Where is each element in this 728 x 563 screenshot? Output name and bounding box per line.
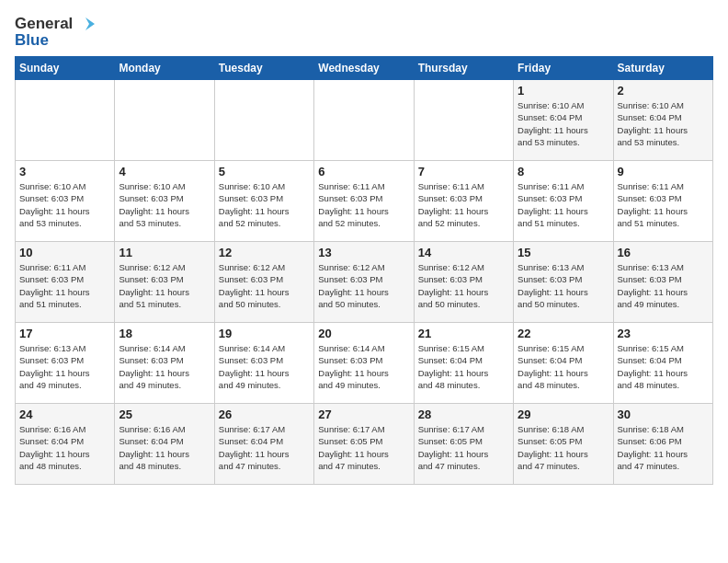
- calendar-cell: 15Sunrise: 6:13 AM Sunset: 6:03 PM Dayli…: [514, 242, 613, 323]
- calendar-cell: [314, 80, 414, 161]
- calendar-cell: 14Sunrise: 6:12 AM Sunset: 6:03 PM Dayli…: [414, 242, 513, 323]
- day-number: 27: [318, 408, 409, 421]
- calendar-week-2: 3Sunrise: 6:10 AM Sunset: 6:03 PM Daylig…: [16, 161, 713, 242]
- calendar-cell: 3Sunrise: 6:10 AM Sunset: 6:03 PM Daylig…: [16, 161, 115, 242]
- day-number: 16: [618, 246, 709, 259]
- calendar-cell: 19Sunrise: 6:14 AM Sunset: 6:03 PM Dayli…: [214, 323, 313, 404]
- day-number: 23: [618, 327, 709, 340]
- calendar-week-4: 17Sunrise: 6:13 AM Sunset: 6:03 PM Dayli…: [16, 323, 713, 404]
- header-saturday: Saturday: [613, 57, 712, 80]
- calendar-cell: 8Sunrise: 6:11 AM Sunset: 6:03 PM Daylig…: [514, 161, 613, 242]
- calendar-cell: 21Sunrise: 6:15 AM Sunset: 6:04 PM Dayli…: [414, 323, 513, 404]
- calendar-week-3: 10Sunrise: 6:11 AM Sunset: 6:03 PM Dayli…: [16, 242, 713, 323]
- day-number: 15: [518, 246, 609, 259]
- day-info: Sunrise: 6:15 AM Sunset: 6:04 PM Dayligh…: [418, 342, 509, 391]
- day-info: Sunrise: 6:11 AM Sunset: 6:03 PM Dayligh…: [618, 180, 709, 229]
- svg-marker-0: [85, 17, 95, 30]
- calendar-header-row: SundayMondayTuesdayWednesdayThursdayFrid…: [16, 57, 713, 80]
- calendar-cell: 25Sunrise: 6:16 AM Sunset: 6:04 PM Dayli…: [115, 404, 214, 485]
- day-number: 12: [219, 246, 310, 259]
- day-number: 8: [518, 165, 609, 178]
- logo-bird-icon: [74, 16, 95, 32]
- day-info: Sunrise: 6:11 AM Sunset: 6:03 PM Dayligh…: [19, 261, 110, 310]
- calendar-cell: 27Sunrise: 6:17 AM Sunset: 6:05 PM Dayli…: [314, 404, 414, 485]
- header-friday: Friday: [514, 57, 613, 80]
- day-number: 5: [219, 165, 310, 178]
- day-info: Sunrise: 6:12 AM Sunset: 6:03 PM Dayligh…: [418, 261, 509, 310]
- day-number: 30: [618, 408, 709, 421]
- day-number: 24: [19, 408, 110, 421]
- calendar-cell: 22Sunrise: 6:15 AM Sunset: 6:04 PM Dayli…: [514, 323, 613, 404]
- day-number: 13: [318, 246, 409, 259]
- day-number: 25: [119, 408, 210, 421]
- day-number: 20: [318, 327, 409, 340]
- page-header: General Blue: [15, 15, 713, 49]
- calendar-cell: 4Sunrise: 6:10 AM Sunset: 6:03 PM Daylig…: [115, 161, 214, 242]
- calendar-table: SundayMondayTuesdayWednesdayThursdayFrid…: [15, 56, 713, 485]
- calendar-week-5: 24Sunrise: 6:16 AM Sunset: 6:04 PM Dayli…: [16, 404, 713, 485]
- day-info: Sunrise: 6:12 AM Sunset: 6:03 PM Dayligh…: [119, 261, 210, 310]
- day-info: Sunrise: 6:17 AM Sunset: 6:05 PM Dayligh…: [318, 423, 409, 472]
- calendar-week-1: 1Sunrise: 6:10 AM Sunset: 6:04 PM Daylig…: [16, 80, 713, 161]
- day-number: 6: [318, 165, 409, 178]
- header-monday: Monday: [115, 57, 214, 80]
- day-info: Sunrise: 6:15 AM Sunset: 6:04 PM Dayligh…: [518, 342, 609, 391]
- calendar-cell: 6Sunrise: 6:11 AM Sunset: 6:03 PM Daylig…: [314, 161, 414, 242]
- calendar-cell: 11Sunrise: 6:12 AM Sunset: 6:03 PM Dayli…: [115, 242, 214, 323]
- day-info: Sunrise: 6:13 AM Sunset: 6:03 PM Dayligh…: [618, 261, 709, 310]
- day-number: 1: [518, 84, 609, 98]
- calendar-cell: 26Sunrise: 6:17 AM Sunset: 6:04 PM Dayli…: [214, 404, 313, 485]
- day-info: Sunrise: 6:11 AM Sunset: 6:03 PM Dayligh…: [418, 180, 509, 229]
- day-info: Sunrise: 6:12 AM Sunset: 6:03 PM Dayligh…: [219, 261, 310, 310]
- calendar-cell: 10Sunrise: 6:11 AM Sunset: 6:03 PM Dayli…: [16, 242, 115, 323]
- day-info: Sunrise: 6:17 AM Sunset: 6:05 PM Dayligh…: [418, 423, 509, 472]
- calendar-cell: [16, 80, 115, 161]
- calendar-cell: 9Sunrise: 6:11 AM Sunset: 6:03 PM Daylig…: [613, 161, 712, 242]
- day-number: 14: [418, 246, 509, 259]
- logo-blue: Blue: [15, 31, 95, 50]
- calendar-cell: 1Sunrise: 6:10 AM Sunset: 6:04 PM Daylig…: [514, 80, 613, 161]
- calendar-cell: 20Sunrise: 6:14 AM Sunset: 6:03 PM Dayli…: [314, 323, 414, 404]
- day-info: Sunrise: 6:13 AM Sunset: 6:03 PM Dayligh…: [19, 342, 110, 391]
- day-number: 2: [618, 84, 709, 98]
- day-info: Sunrise: 6:14 AM Sunset: 6:03 PM Dayligh…: [318, 342, 409, 391]
- day-number: 3: [19, 165, 110, 178]
- day-info: Sunrise: 6:10 AM Sunset: 6:03 PM Dayligh…: [219, 180, 310, 229]
- calendar-cell: 16Sunrise: 6:13 AM Sunset: 6:03 PM Dayli…: [613, 242, 712, 323]
- day-info: Sunrise: 6:13 AM Sunset: 6:03 PM Dayligh…: [518, 261, 609, 310]
- day-number: 4: [119, 165, 210, 178]
- day-number: 22: [518, 327, 609, 340]
- logo: General Blue: [15, 15, 95, 49]
- calendar-cell: 7Sunrise: 6:11 AM Sunset: 6:03 PM Daylig…: [414, 161, 513, 242]
- calendar-cell: [115, 80, 214, 161]
- day-number: 11: [119, 246, 210, 259]
- day-number: 28: [418, 408, 509, 421]
- day-info: Sunrise: 6:10 AM Sunset: 6:03 PM Dayligh…: [119, 180, 210, 229]
- day-info: Sunrise: 6:15 AM Sunset: 6:04 PM Dayligh…: [618, 342, 709, 391]
- header-thursday: Thursday: [414, 57, 513, 80]
- day-number: 10: [19, 246, 110, 259]
- calendar-cell: 17Sunrise: 6:13 AM Sunset: 6:03 PM Dayli…: [16, 323, 115, 404]
- calendar-cell: 30Sunrise: 6:18 AM Sunset: 6:06 PM Dayli…: [613, 404, 712, 485]
- day-number: 9: [618, 165, 709, 178]
- calendar-cell: 5Sunrise: 6:10 AM Sunset: 6:03 PM Daylig…: [214, 161, 313, 242]
- calendar-cell: 28Sunrise: 6:17 AM Sunset: 6:05 PM Dayli…: [414, 404, 513, 485]
- day-number: 29: [518, 408, 609, 421]
- day-number: 19: [219, 327, 310, 340]
- day-number: 7: [418, 165, 509, 178]
- day-info: Sunrise: 6:14 AM Sunset: 6:03 PM Dayligh…: [119, 342, 210, 391]
- header-sunday: Sunday: [16, 57, 115, 80]
- day-info: Sunrise: 6:18 AM Sunset: 6:06 PM Dayligh…: [618, 423, 709, 472]
- day-info: Sunrise: 6:10 AM Sunset: 6:04 PM Dayligh…: [518, 99, 609, 148]
- day-info: Sunrise: 6:12 AM Sunset: 6:03 PM Dayligh…: [318, 261, 409, 310]
- header-wednesday: Wednesday: [314, 57, 414, 80]
- day-info: Sunrise: 6:16 AM Sunset: 6:04 PM Dayligh…: [119, 423, 210, 472]
- day-info: Sunrise: 6:10 AM Sunset: 6:04 PM Dayligh…: [618, 99, 709, 148]
- day-info: Sunrise: 6:14 AM Sunset: 6:03 PM Dayligh…: [219, 342, 310, 391]
- calendar-cell: 13Sunrise: 6:12 AM Sunset: 6:03 PM Dayli…: [314, 242, 414, 323]
- day-number: 26: [219, 408, 310, 421]
- header-tuesday: Tuesday: [214, 57, 313, 80]
- calendar-cell: 24Sunrise: 6:16 AM Sunset: 6:04 PM Dayli…: [16, 404, 115, 485]
- day-info: Sunrise: 6:11 AM Sunset: 6:03 PM Dayligh…: [318, 180, 409, 229]
- day-info: Sunrise: 6:16 AM Sunset: 6:04 PM Dayligh…: [19, 423, 110, 472]
